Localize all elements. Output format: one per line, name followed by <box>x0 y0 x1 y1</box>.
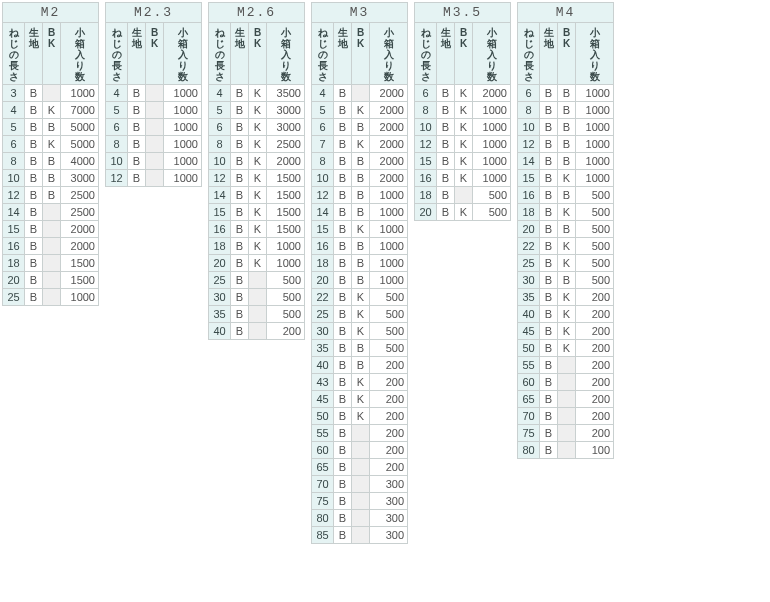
cell-length: 35 <box>312 340 334 357</box>
cell-length: 5 <box>209 102 231 119</box>
cell-qty: 3000 <box>267 119 305 136</box>
table-row: 20BK500 <box>415 204 511 221</box>
cell-qty: 2500 <box>61 204 99 221</box>
cell-qty: 500 <box>576 272 614 289</box>
cell-col1: B <box>334 289 352 306</box>
table-row: 15B2000 <box>3 221 99 238</box>
table-row: 5BB5000 <box>3 119 99 136</box>
cell-col1: B <box>231 306 249 323</box>
cell-col2: K <box>249 153 267 170</box>
table-row: 30B500 <box>209 289 305 306</box>
cell-qty: 1500 <box>267 170 305 187</box>
cell-col1: B <box>334 204 352 221</box>
cell-col1: B <box>231 238 249 255</box>
table-row: 8BB1000 <box>518 102 614 119</box>
cell-col1: B <box>334 408 352 425</box>
cell-length: 16 <box>209 221 231 238</box>
cell-qty: 1500 <box>267 187 305 204</box>
cell-length: 65 <box>518 391 540 408</box>
cell-length: 22 <box>312 289 334 306</box>
cell-col2: K <box>558 170 576 187</box>
cell-col2 <box>352 527 370 544</box>
cell-col2: K <box>352 289 370 306</box>
cell-qty: 5000 <box>61 136 99 153</box>
header-length: ねじの長さ <box>312 23 334 85</box>
cell-length: 10 <box>106 153 128 170</box>
cell-length: 35 <box>209 306 231 323</box>
cell-qty: 200 <box>370 374 408 391</box>
cell-length: 5 <box>312 102 334 119</box>
cell-col2: K <box>249 238 267 255</box>
cell-col2 <box>146 85 164 102</box>
cell-col1: B <box>128 85 146 102</box>
cell-col2: K <box>43 102 61 119</box>
cell-col1: B <box>540 238 558 255</box>
cell-col1: B <box>437 153 455 170</box>
table-row: 55B200 <box>518 357 614 374</box>
cell-col1: B <box>231 119 249 136</box>
cell-length: 16 <box>3 238 25 255</box>
cell-qty: 200 <box>267 323 305 340</box>
cell-qty: 1000 <box>61 289 99 306</box>
cell-qty: 3000 <box>61 170 99 187</box>
cell-col1: B <box>25 136 43 153</box>
cell-length: 14 <box>3 204 25 221</box>
cell-qty: 2000 <box>267 153 305 170</box>
cell-col2: K <box>455 153 473 170</box>
cell-col2 <box>352 476 370 493</box>
cell-qty: 500 <box>576 187 614 204</box>
table-row: 14BB1000 <box>518 153 614 170</box>
cell-col2 <box>352 493 370 510</box>
cell-length: 8 <box>312 153 334 170</box>
cell-qty: 2500 <box>267 136 305 153</box>
header-length: ねじの長さ <box>3 23 25 85</box>
cell-col2 <box>43 204 61 221</box>
cell-length: 14 <box>312 204 334 221</box>
table-row: 25BK500 <box>518 255 614 272</box>
table-title: M3 <box>312 3 408 23</box>
cell-qty: 4000 <box>61 153 99 170</box>
cell-col1: B <box>540 357 558 374</box>
cell-length: 15 <box>3 221 25 238</box>
cell-length: 5 <box>3 119 25 136</box>
cell-col2: K <box>352 102 370 119</box>
table-row: 18BK500 <box>518 204 614 221</box>
cell-col2: K <box>558 289 576 306</box>
cell-col2: B <box>352 272 370 289</box>
cell-col1: B <box>540 187 558 204</box>
table-row: 16BB500 <box>518 187 614 204</box>
cell-col2 <box>352 85 370 102</box>
cell-col2: K <box>352 391 370 408</box>
table-row: 12BK1500 <box>209 170 305 187</box>
cell-qty: 1000 <box>164 153 202 170</box>
cell-col1: B <box>231 272 249 289</box>
table-row: 55B200 <box>312 425 408 442</box>
cell-col1: B <box>231 323 249 340</box>
cell-qty: 5000 <box>61 119 99 136</box>
cell-col2 <box>558 425 576 442</box>
header-col2: BK <box>558 23 576 85</box>
cell-qty: 500 <box>473 187 511 204</box>
cell-qty: 1000 <box>370 255 408 272</box>
cell-qty: 500 <box>370 323 408 340</box>
table-row: 6BK3000 <box>209 119 305 136</box>
cell-length: 75 <box>312 493 334 510</box>
cell-length: 6 <box>209 119 231 136</box>
cell-qty: 2000 <box>370 136 408 153</box>
cell-qty: 500 <box>576 221 614 238</box>
cell-length: 10 <box>209 153 231 170</box>
header-col1: 生地 <box>231 23 249 85</box>
table-row: 12BK1000 <box>415 136 511 153</box>
cell-qty: 300 <box>370 510 408 527</box>
cell-length: 30 <box>312 323 334 340</box>
cell-col2: B <box>352 238 370 255</box>
table-row: 20BB500 <box>518 221 614 238</box>
cell-col1: B <box>231 187 249 204</box>
cell-length: 16 <box>415 170 437 187</box>
cell-col2: K <box>558 238 576 255</box>
cell-col1: B <box>540 119 558 136</box>
cell-col2: K <box>558 204 576 221</box>
cell-col2 <box>43 85 61 102</box>
cell-col1: B <box>334 357 352 374</box>
cell-col2: K <box>249 204 267 221</box>
